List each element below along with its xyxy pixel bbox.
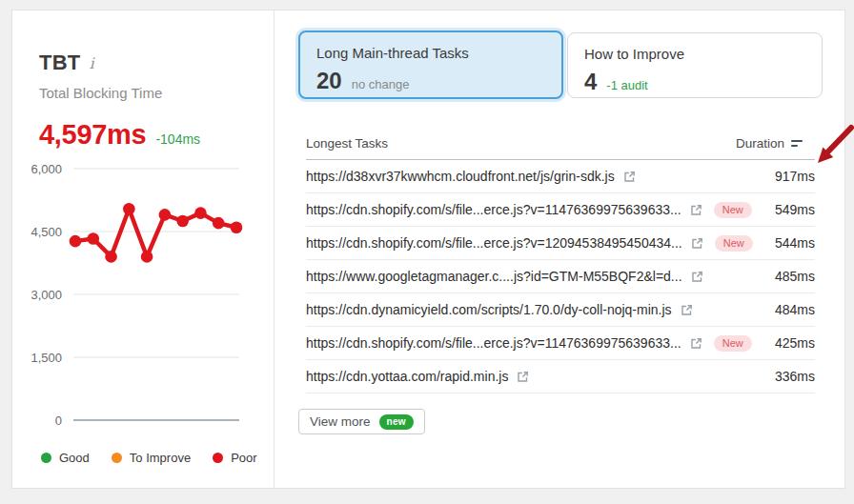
task-row: https://cdn.dynamicyield.com/scripts/1.7… — [306, 293, 815, 327]
trend-line — [75, 209, 236, 256]
data-point[interactable] — [231, 221, 243, 233]
data-point[interactable] — [105, 251, 117, 263]
task-row: https://cdn.yottaa.com/rapid.min.js 336m… — [306, 360, 815, 393]
legend-dot-icon — [213, 453, 223, 463]
new-feature-badge: new — [379, 414, 414, 430]
y-axis-tick-label: 3,000 — [30, 288, 62, 302]
new-task-badge: New — [715, 235, 753, 252]
data-point[interactable] — [194, 207, 207, 219]
legend-dot-icon — [112, 453, 122, 463]
data-point[interactable] — [159, 209, 172, 221]
legend-item: To Improve — [112, 451, 191, 465]
tbt-trend-chart: 6,0004,5003,0001,5000 — [12, 10, 274, 490]
tbt-metric-panel: TBT i Total Blocking Time 4,597ms -104ms… — [12, 10, 274, 488]
task-duration: 336ms — [775, 369, 815, 384]
tab-count: 4 — [584, 69, 597, 95]
view-more-button[interactable]: View more new — [298, 409, 425, 434]
tasks-panel: Long Main-thread Tasks 20 no change How … — [274, 10, 844, 488]
external-link-icon[interactable] — [623, 171, 636, 183]
y-axis-tick-label: 1,500 — [30, 351, 62, 365]
data-point[interactable] — [123, 203, 135, 215]
tab-change-note: no change — [352, 77, 410, 91]
task-url-link[interactable]: https://d38xvr37kwwhcm.cloudfront.net/js… — [306, 169, 615, 184]
y-axis-tick-label: 6,000 — [30, 162, 62, 176]
tab-label: How to Improve — [584, 46, 805, 62]
sort-descending-icon[interactable] — [791, 140, 803, 147]
chart-legend: GoodTo ImprovePoor — [41, 451, 257, 465]
legend-label: To Improve — [130, 451, 191, 465]
tab-label: Long Main-thread Tasks — [316, 45, 545, 61]
y-axis-tick-label: 4,500 — [30, 225, 62, 239]
tab-change-note: -1 audit — [606, 78, 647, 92]
task-list-header: Longest Tasks Duration — [306, 127, 815, 160]
legend-item: Good — [41, 451, 90, 465]
task-url-link[interactable]: https://cdn.shopify.com/s/file...erce.js… — [306, 335, 681, 351]
task-url-link[interactable]: https://cdn.shopify.com/s/file...erce.js… — [306, 202, 681, 217]
legend-label: Good — [59, 451, 90, 465]
task-duration: 549ms — [775, 202, 815, 217]
new-task-badge: New — [714, 335, 752, 352]
task-row: https://cdn.shopify.com/s/file...erce.js… — [306, 327, 815, 360]
task-url-link[interactable]: https://cdn.yottaa.com/rapid.min.js — [306, 369, 508, 384]
task-url-link[interactable]: https://www.googletagmanager.c....js?id=… — [306, 269, 682, 284]
data-point[interactable] — [176, 215, 189, 228]
tab-how-to-improve[interactable]: How to Improve 4 -1 audit — [567, 32, 823, 98]
tab-long-main-thread-tasks[interactable]: Long Main-thread Tasks 20 no change — [298, 30, 563, 99]
longest-tasks-heading: Longest Tasks — [306, 136, 388, 151]
external-link-icon[interactable] — [691, 271, 703, 283]
task-duration: 484ms — [775, 302, 815, 317]
task-row: https://d38xvr37kwwhcm.cloudfront.net/js… — [306, 160, 815, 193]
new-task-badge: New — [714, 202, 752, 218]
view-more-label: View more — [310, 414, 371, 429]
external-link-icon[interactable] — [691, 237, 703, 250]
data-point[interactable] — [70, 235, 82, 248]
duration-column-label: Duration — [736, 136, 784, 151]
external-link-icon[interactable] — [681, 304, 693, 316]
tab-count: 20 — [316, 68, 342, 94]
task-list: https://d38xvr37kwwhcm.cloudfront.net/js… — [306, 160, 815, 393]
legend-label: Poor — [231, 451, 256, 465]
data-point[interactable] — [141, 251, 153, 263]
y-axis-tick-label: 0 — [55, 413, 62, 428]
external-link-icon[interactable] — [517, 371, 529, 383]
external-link-icon[interactable] — [690, 204, 702, 216]
task-url-link[interactable]: https://cdn.dynamicyield.com/scripts/1.7… — [306, 302, 672, 317]
red-arrow-annotation — [805, 121, 854, 180]
task-row: https://cdn.shopify.com/s/file...erce.js… — [306, 193, 815, 227]
task-row: https://www.googletagmanager.c....js?id=… — [306, 260, 815, 293]
data-point[interactable] — [213, 217, 225, 230]
legend-item: Poor — [213, 451, 256, 465]
duration-sort-control[interactable]: Duration — [736, 136, 815, 151]
task-url-link[interactable]: https://cdn.shopify.com/s/file...erce.js… — [306, 235, 682, 251]
task-duration: 544ms — [775, 235, 815, 251]
legend-dot-icon — [41, 453, 51, 463]
task-row: https://cdn.shopify.com/s/file...erce.js… — [306, 227, 815, 260]
task-duration: 425ms — [775, 335, 815, 351]
tbt-widget-card: TBT i Total Blocking Time 4,597ms -104ms… — [11, 10, 845, 489]
task-duration: 485ms — [775, 269, 815, 284]
external-link-icon[interactable] — [690, 337, 702, 350]
data-point[interactable] — [87, 232, 99, 245]
